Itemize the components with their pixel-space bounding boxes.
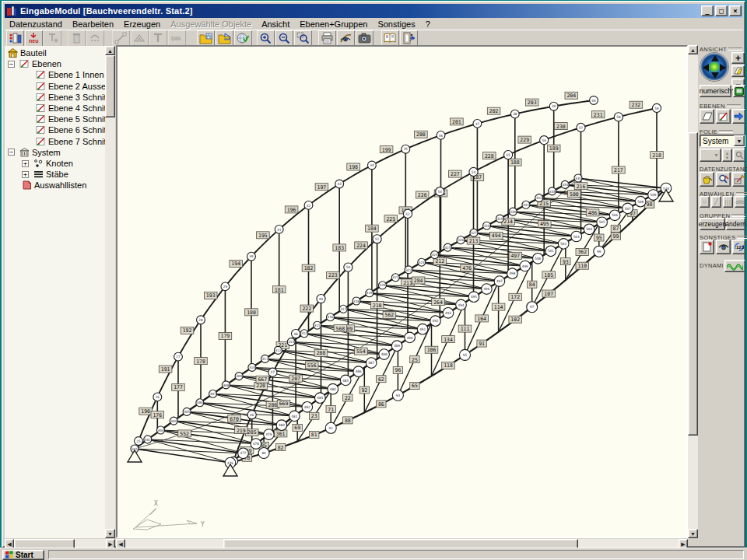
- svg-text:484: 484: [330, 387, 336, 391]
- maximize-button[interactable]: □: [715, 5, 728, 16]
- renumber-button[interactable]: 123: [732, 240, 745, 254]
- view-rotate-pad[interactable]: [700, 52, 729, 82]
- data-state-bucket-button[interactable]: [700, 172, 714, 187]
- svg-text:182: 182: [304, 265, 314, 271]
- svg-text:191: 191: [161, 366, 170, 373]
- start-button[interactable]: Start: [2, 550, 44, 560]
- scroll-down-arrow[interactable]: ▼: [105, 529, 115, 538]
- zoom-in-button[interactable]: [257, 30, 275, 47]
- menu-ebenen-gruppen[interactable]: Ebenen+Gruppen: [295, 19, 373, 30]
- taskbar-tray[interactable]: [48, 550, 744, 559]
- svg-text:669: 669: [279, 401, 289, 407]
- deselect-all-button: alle: [735, 196, 745, 208]
- tree-item-system[interactable]: −System: [8, 147, 61, 158]
- tree-item-ebenen[interactable]: −Ebenen: [8, 58, 61, 69]
- menu-?[interactable]: ?: [421, 19, 436, 30]
- zoom-out-button[interactable]: [275, 30, 293, 47]
- svg-text:312: 312: [275, 348, 281, 352]
- svg-text:222: 222: [302, 306, 311, 312]
- rotate-down-arrow[interactable]: [711, 72, 719, 79]
- group-create-button[interactable]: erzeugen: [700, 218, 725, 230]
- menu-bearbeiten[interactable]: Bearbeiten: [68, 19, 119, 30]
- group-change-button[interactable]: ändern: [726, 218, 745, 230]
- svg-text:223: 223: [328, 272, 338, 278]
- tree-item-stäbe[interactable]: +Stäbe: [22, 169, 68, 180]
- tree-item-ebene-6-schnitt-4[interactable]: Ebene 6 Schnitt 4: [36, 124, 105, 135]
- numeric-view-button[interactable]: numerisch: [700, 85, 731, 97]
- rotate-right-arrow[interactable]: [720, 64, 726, 72]
- rotate-left-arrow[interactable]: [703, 64, 709, 72]
- visibility-button[interactable]: [716, 240, 731, 254]
- globe-check-button[interactable]: [234, 30, 252, 47]
- folder-measure-button[interactable]: [216, 30, 233, 47]
- scroll-up-arrow[interactable]: ▲: [105, 46, 115, 55]
- plane-edit-button[interactable]: [716, 109, 731, 124]
- minimize-button[interactable]: _: [701, 5, 714, 16]
- tree-item-auswahllisten[interactable]: Auswahllisten: [22, 180, 86, 191]
- data-state-inspect-button[interactable]: [716, 172, 731, 187]
- tree-expander[interactable]: −: [8, 61, 15, 68]
- tree-item-ebene-4-schnitt-2[interactable]: Ebene 4 Schnitt 2: [36, 103, 105, 114]
- svg-text:97: 97: [530, 305, 535, 309]
- menu-sonstiges[interactable]: Sonstiges: [373, 19, 420, 30]
- svg-text:482: 482: [304, 405, 310, 409]
- chevron-down-icon[interactable]: ▼: [734, 135, 745, 146]
- tree-expander[interactable]: +: [22, 160, 29, 167]
- data-state-apply-button[interactable]: [732, 172, 745, 187]
- plane-next-button[interactable]: [732, 109, 745, 124]
- tree-item-ebene-5-schnitt-3[interactable]: Ebene 5 Schnitt 3: [36, 114, 105, 124]
- folie-toggle-button[interactable]: [731, 65, 745, 77]
- scroll-down-arrow[interactable]: ▼: [688, 529, 698, 538]
- svg-text:220: 220: [256, 383, 265, 389]
- scroll-thumb[interactable]: [688, 132, 698, 436]
- camera-button[interactable]: [356, 30, 374, 47]
- svg-text:487: 487: [368, 361, 374, 365]
- tree-expander[interactable]: +: [22, 171, 29, 178]
- tree-item-ebene-1-innen[interactable]: Ebene 1 Innen: [36, 69, 104, 80]
- tree-item-bauteil[interactable]: Bauteil: [8, 47, 47, 58]
- zoom-plus-button[interactable]: +: [731, 52, 745, 64]
- plane-view-button[interactable]: [700, 109, 714, 124]
- project-button[interactable]: [6, 30, 24, 47]
- tree-item-knoten[interactable]: +Knoten: [22, 158, 73, 169]
- save-view-button[interactable]: [733, 85, 745, 97]
- folder-wall-button[interactable]: [197, 30, 215, 47]
- menu-datenzustand[interactable]: Datenzustand: [5, 19, 68, 30]
- svg-text:362: 362: [577, 249, 587, 255]
- svg-text:87: 87: [612, 226, 619, 232]
- zoom-window-button[interactable]: [294, 30, 312, 47]
- canvas-vertical-scrollbar[interactable]: ▲ ▼: [688, 45, 698, 538]
- project-tree[interactable]: Bauteil−EbenenEbene 1 InnenEbene 2 Ausse…: [5, 46, 105, 538]
- book-button[interactable]: [381, 30, 399, 47]
- svg-text:480: 480: [279, 423, 285, 427]
- tree-item-ebene-7-schnitt-5[interactable]: Ebene 7 Schnitt 5: [36, 136, 105, 147]
- dynamics-button[interactable]: [724, 260, 745, 272]
- print-button[interactable]: [318, 30, 336, 47]
- rotate-up-arrow[interactable]: [711, 55, 719, 61]
- folie-select[interactable]: System ▼: [700, 135, 745, 147]
- close-button[interactable]: ×: [729, 5, 742, 16]
- tree-vertical-scrollbar[interactable]: ▲ ▼: [105, 46, 115, 538]
- page-reddot-icon: [703, 242, 712, 252]
- svg-text:316: 316: [328, 315, 334, 319]
- scroll-up-arrow[interactable]: ▲: [688, 45, 698, 54]
- globe-check-icon: [237, 32, 250, 44]
- new-button[interactable]: neu: [25, 30, 43, 47]
- svg-text:208: 208: [317, 350, 326, 356]
- menu-erzeugen[interactable]: Erzeugen: [119, 19, 166, 30]
- profile-button: [149, 30, 167, 47]
- tree-expander[interactable]: −: [8, 149, 15, 156]
- svg-text:505: 505: [599, 220, 605, 224]
- view-eye-button[interactable]: [337, 30, 355, 47]
- svg-text:552: 552: [180, 431, 189, 437]
- title-bar[interactable]: EingabeModul [Bauchveerendeltr. Stat.2] …: [5, 4, 743, 18]
- svg-text:230: 230: [556, 124, 566, 130]
- model-canvas[interactable]: 2526272829303132333435363738394019019119…: [116, 45, 688, 538]
- tree-item-ebene-3-schnitt-1[interactable]: Ebene 3 Schnitt 1: [36, 92, 105, 103]
- menu-ansicht[interactable]: Ansicht: [257, 19, 295, 30]
- tree-item-ebene-2-aussen[interactable]: Ebene 2 Aussen: [36, 81, 105, 92]
- notes-button[interactable]: [700, 240, 714, 254]
- exit-button[interactable]: [400, 30, 418, 47]
- scroll-thumb[interactable]: [105, 55, 115, 117]
- svg-text:491: 491: [419, 327, 426, 331]
